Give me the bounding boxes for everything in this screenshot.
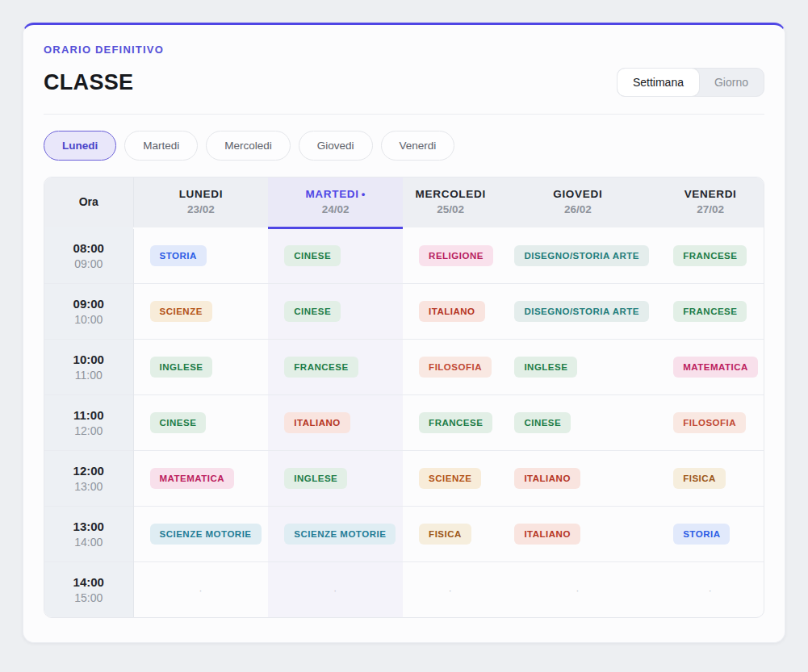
empty-cell-marker: · [449, 584, 452, 596]
day-column-header-giovedi: GIOVEDI26/02 [498, 177, 657, 227]
day-column-name: MARTEDI• [269, 188, 402, 200]
time-end: 15:00 [45, 591, 132, 604]
time-end: 14:00 [45, 536, 132, 549]
timetable-cell: SCIENZE [133, 283, 268, 339]
subject-badge: FRANCESE [284, 357, 358, 378]
day-pill-martedi[interactable]: Martedi [124, 131, 198, 161]
day-column-date: 27/02 [658, 203, 763, 215]
time-cell: 11:0012:00 [44, 394, 133, 450]
table-body: 08:0009:00STORIACINESERELIGIONEDISEGNO/S… [44, 227, 764, 617]
view-toggle-settimana[interactable]: Settimana [618, 69, 699, 96]
table-row: 13:0014:00SCIENZE MOTORIESCIENZE MOTORIE… [44, 506, 764, 561]
empty-cell-marker: · [576, 584, 579, 596]
table-row: 10:0011:00INGLESEFRANCESEFILOSOFIAINGLES… [44, 339, 764, 394]
subject-badge: ITALIANO [514, 468, 580, 489]
subject-badge: FRANCESE [419, 412, 492, 433]
timetable-cell: INGLESE [268, 450, 403, 506]
timetable-cell: MATEMATICA [133, 450, 268, 506]
timetable-cell: FRANCESE [657, 227, 764, 283]
timetable-cell: STORIA [657, 506, 764, 561]
timetable-cell: FILOSOFIA [403, 339, 498, 394]
subject-badge: SCIENZE [419, 468, 481, 489]
eyebrow-title: ORARIO DEFINITIVO [44, 25, 764, 56]
timetable-cell: · [403, 561, 498, 617]
subject-badge: RELIGIONE [419, 245, 493, 266]
time-end: 13:00 [45, 480, 132, 493]
day-column-date: 26/02 [499, 203, 656, 215]
time-cell: 13:0014:00 [44, 506, 133, 561]
subject-badge: FILOSOFIA [673, 412, 746, 433]
timetable-cell: DISEGNO/STORIA ARTE [498, 283, 657, 339]
timetable-cell: FRANCESE [268, 339, 403, 394]
subject-badge: FISICA [673, 468, 726, 489]
day-pills: LunediMartediMercolediGiovediVenerdi [44, 131, 764, 161]
timetable-cell: CINESE [498, 394, 657, 450]
timetable-cell: · [133, 561, 268, 617]
day-column-date: 23/02 [135, 203, 268, 215]
timetable-cell: SCIENZE MOTORIE [133, 506, 268, 561]
table-row: 14:0015:00····· [44, 561, 764, 617]
day-column-header-mercoledi: MERCOLEDI25/02 [403, 177, 498, 227]
timetable-cell: STORIA [133, 227, 268, 283]
timetable-cell: FILOSOFIA [657, 394, 764, 450]
subject-badge: ITALIANO [284, 412, 350, 433]
day-column-name: VENERDI [658, 188, 763, 200]
empty-cell-marker: · [333, 584, 337, 596]
subject-badge: SCIENZE MOTORIE [284, 524, 396, 545]
page-title: CLASSE [44, 70, 133, 95]
day-pill-lunedi[interactable]: Lunedi [44, 131, 116, 161]
timetable-cell: CINESE [268, 227, 403, 283]
time-end: 11:00 [45, 369, 132, 382]
time-start: 11:00 [45, 408, 132, 422]
subject-badge: FILOSOFIA [419, 357, 492, 378]
timetable-cell: INGLESE [133, 339, 268, 394]
empty-cell-marker: · [199, 584, 202, 596]
table-row: 09:0010:00SCIENZECINESEITALIANODISEGNO/S… [44, 283, 764, 339]
subject-badge: DISEGNO/STORIA ARTE [514, 245, 649, 266]
day-column-name: GIOVEDI [499, 188, 656, 200]
timetable-cell: CINESE [133, 394, 268, 450]
timetable-cell: SCIENZE [403, 450, 498, 506]
day-column-name: LUNEDI [135, 188, 268, 200]
timetable-cell: CINESE [268, 283, 403, 339]
time-start: 14:00 [45, 575, 132, 589]
time-start: 13:00 [45, 520, 132, 533]
day-pill-mercoledi[interactable]: Mercoledi [206, 131, 291, 161]
view-toggle: SettimanaGiorno [617, 68, 764, 97]
timetable-cell: SCIENZE MOTORIE [268, 506, 403, 561]
table-header-row: OraLUNEDI23/02MARTEDI•24/02MERCOLEDI25/0… [44, 177, 764, 227]
subject-badge: DISEGNO/STORIA ARTE [514, 301, 649, 322]
time-start: 09:00 [45, 297, 132, 311]
table-row: 12:0013:00MATEMATICAINGLESESCIENZEITALIA… [44, 450, 764, 506]
time-cell: 08:0009:00 [44, 227, 133, 283]
view-toggle-giorno[interactable]: Giorno [699, 69, 764, 96]
timetable-cell: ITALIANO [498, 506, 657, 561]
timetable-card: ORARIO DEFINITIVO CLASSE SettimanaGiorno… [23, 23, 785, 643]
table-row: 08:0009:00STORIACINESERELIGIONEDISEGNO/S… [44, 227, 764, 283]
subject-badge: FRANCESE [673, 245, 747, 266]
timetable-cell: ITALIANO [498, 450, 657, 506]
subject-badge: INGLESE [150, 357, 213, 378]
subject-badge: CINESE [514, 412, 571, 433]
time-start: 12:00 [45, 464, 132, 478]
timetable-cell: FRANCESE [403, 394, 498, 450]
time-cell: 10:0011:00 [44, 339, 133, 394]
timetable-cell: ITALIANO [403, 283, 498, 339]
timetable-cell: DISEGNO/STORIA ARTE [498, 227, 657, 283]
timetable-table: OraLUNEDI23/02MARTEDI•24/02MERCOLEDI25/0… [44, 177, 764, 617]
page: ORARIO DEFINITIVO CLASSE SettimanaGiorno… [0, 23, 808, 672]
time-start: 08:00 [45, 241, 132, 255]
time-cell: 14:0015:00 [44, 561, 133, 617]
day-pill-giovedi[interactable]: Giovedi [299, 131, 373, 161]
timetable-cell: RELIGIONE [403, 227, 498, 283]
time-start: 10:00 [45, 353, 132, 366]
time-column-header: Ora [44, 177, 133, 227]
subject-badge: SCIENZE [150, 301, 212, 322]
timetable-cell: ITALIANO [268, 394, 403, 450]
subject-badge: SCIENZE MOTORIE [150, 524, 262, 545]
subject-badge: MATEMATICA [673, 357, 758, 378]
day-column-header-martedi: MARTEDI•24/02 [268, 177, 403, 227]
day-pill-venerdi[interactable]: Venerdi [381, 131, 455, 161]
subject-badge: MATEMATICA [150, 468, 235, 489]
time-cell: 09:0010:00 [44, 283, 133, 339]
